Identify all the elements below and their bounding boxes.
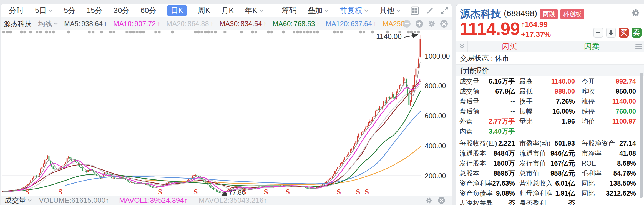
period-tab-3[interactable]: 5分 [64, 6, 76, 16]
quote-value: 988.00 [519, 88, 575, 95]
quote-value: 946亿元 [519, 149, 575, 158]
chart-card [1, 4, 452, 205]
layout-grid-icon[interactable] [411, 6, 419, 15]
quote-value: 8595万 [459, 169, 515, 178]
ma-legend-MA5: MA5:938.64↑ [64, 20, 107, 28]
stock-code: (688498) [504, 9, 537, 18]
flash-trade-row: 闪买 闪卖 [456, 41, 644, 52]
quote-value: 167亿元 [519, 159, 575, 168]
flash-buy-button[interactable]: 闪买 [468, 41, 551, 52]
zoom-in-icon[interactable] [415, 20, 423, 28]
chevron-down-icon [396, 9, 401, 12]
panel-settings-icon[interactable] [632, 9, 640, 17]
chevron-down-icon [28, 199, 32, 202]
buy-button[interactable]: 买 [619, 28, 629, 38]
quote-value: 958亿元 [519, 169, 575, 178]
quote-grid-main: 成交量6.16万手最高1140.00今开992.74成交额67.8亿最低988.… [459, 76, 637, 136]
quote-value: 1500万 [459, 159, 515, 168]
tool-menu-2[interactable]: 叠加 [308, 6, 329, 16]
period-tab-1[interactable]: 分时 [9, 6, 24, 16]
quote-row: 成交额67.8亿最低988.00昨收950.00 [459, 86, 637, 96]
quote-row: 内盘3.40万手 [459, 126, 637, 136]
tool-menu-4[interactable]: 其他 [379, 6, 401, 16]
quote-value: 2.221 [459, 139, 515, 147]
quote-value: 6.01亿 [519, 179, 575, 188]
period-tab-7[interactable]: 日K [167, 5, 187, 16]
quote-row: 盘后量--换手7.26%涨停1140.00 [459, 96, 637, 106]
period-tab-10[interactable]: 年K [245, 6, 263, 16]
price-change-pct: +17.37% [521, 30, 551, 39]
collapse-chevrons-icon[interactable] [456, 41, 468, 52]
chart-stock-name: 源杰科技 [4, 19, 32, 28]
mavol2-value: MAVOL2:35043.216↑ [199, 196, 267, 205]
ma-legend-MA120: MA120:637.64↑ [326, 20, 376, 28]
panel-scrollbar[interactable] [639, 66, 643, 205]
quote-row: 资产负债率9.08%归母净利润1.91亿同比3212.62% [459, 188, 637, 198]
volume-settings-icon[interactable] [426, 197, 433, 204]
ma-values: MA5:938.64↑MA10:907.72↑MA20:864.88↑MA30:… [64, 20, 409, 28]
ma-legend-bar: 源杰科技 均线 MA5:938.64↑MA10:907.72↑MA20:864.… [1, 17, 452, 30]
chevron-down-icon [364, 9, 368, 12]
flash-sell-button[interactable]: 闪卖 [551, 41, 633, 52]
quote-section-header: 行情报价 [456, 65, 644, 76]
quote-value: 27.14 [582, 139, 636, 147]
quote-section-title: 行情报价 [460, 66, 489, 75]
ma-legend-MA10: MA10:907.72↑ [113, 20, 160, 28]
quote-row: 每股收益(四)2.221市盈率(动)501.93每股净资产27.14 [459, 138, 637, 148]
zoom-out-icon[interactable] [403, 20, 411, 28]
period-tab-9[interactable]: 月K [221, 6, 234, 16]
quote-value: 1.91亿 [519, 189, 575, 198]
quote-value: -- [459, 108, 515, 115]
period-tab-4[interactable]: 15分 [87, 6, 102, 16]
period-tab-2[interactable]: 5日 [35, 6, 53, 16]
quote-value: -- [459, 98, 515, 105]
ma-legend-MA30: MA30:834.54↑ [220, 20, 266, 28]
sell-button[interactable]: 卖 [632, 28, 642, 38]
quote-value: 7.26% [519, 98, 575, 105]
hamburger-menu-icon[interactable] [633, 41, 644, 52]
quote-value: 1140.00 [582, 98, 636, 105]
draw-brush-icon[interactable] [426, 7, 434, 15]
tool-menu-1[interactable]: 筹码 [281, 6, 296, 16]
volume-dropdown[interactable]: 成交量 [4, 196, 32, 205]
tool-menus: 筹码叠加前复权其他 [281, 6, 401, 16]
trading-status: 交易状态 : 休市 [460, 53, 509, 63]
period-tab-6[interactable]: 60分 [140, 6, 156, 16]
ma-legend-MA60: MA60:768.53↑ [273, 20, 320, 28]
quote-row: 资产净利率27.63%营业总收入6.01亿同比138.50% [459, 178, 637, 188]
chevron-down-icon [49, 9, 53, 12]
close-indicator-icon[interactable] [440, 20, 448, 28]
quote-row: 盘后额--振幅16.00%跌停760.00 [459, 106, 637, 116]
alert-bell-button[interactable] [606, 28, 616, 38]
ma-dropdown[interactable]: 均线 [38, 19, 58, 28]
quote-value: 16.00% [519, 108, 575, 115]
period-tab-8[interactable]: 周K [198, 6, 210, 16]
quote-panel: 源杰科技 (688498) 两融科创板 1114.99 ↑164.99 +17.… [456, 4, 644, 205]
quote-value: 67.8亿 [459, 87, 515, 96]
volume-value: VOLUME:61615.000↑ [39, 196, 109, 205]
chart-toolbar: 分时5日5分15分30分60分日K周K月K年K 筹码叠加前复权其他 [1, 4, 452, 17]
chevron-down-icon [259, 9, 263, 12]
fullscreen-icon[interactable] [441, 7, 449, 15]
stock-badge-2: 科创板 [560, 9, 584, 19]
ma-dropdown-label: 均线 [38, 19, 52, 28]
period-tab-5[interactable]: 30分 [114, 6, 129, 16]
quote-value: 否 [459, 199, 515, 205]
quote-value: 992.74 [582, 78, 636, 85]
remove-watchlist-button[interactable] [593, 28, 603, 38]
quote-value: 760.00 [582, 108, 636, 115]
indicator-settings-icon[interactable] [428, 20, 436, 28]
scrollbar-thumb[interactable] [640, 72, 643, 198]
quote-row: 表决权差异否是否盈利否 [459, 198, 637, 205]
quote-row: 发行股本1500万发行市值167亿元ROE8.68% [459, 158, 637, 168]
quote-value: 8.68% [582, 159, 636, 167]
quote-value: 6.16万手 [459, 77, 515, 86]
close-volume-icon[interactable] [438, 197, 445, 204]
ma-legend-MA20: MA20:864.88↑ [167, 20, 213, 28]
price-change: ↑164.99 [521, 20, 548, 29]
stock-badges: 两融科创板 [540, 9, 584, 19]
chevron-down-icon [324, 9, 329, 12]
quote-grid-fundamental: 每股收益(四)2.221市盈率(动)501.93每股净资产27.14流通股本84… [459, 137, 637, 205]
tool-menu-3[interactable]: 前复权 [340, 6, 368, 16]
trading-status-row: 交易状态 : 休市 [456, 52, 644, 65]
